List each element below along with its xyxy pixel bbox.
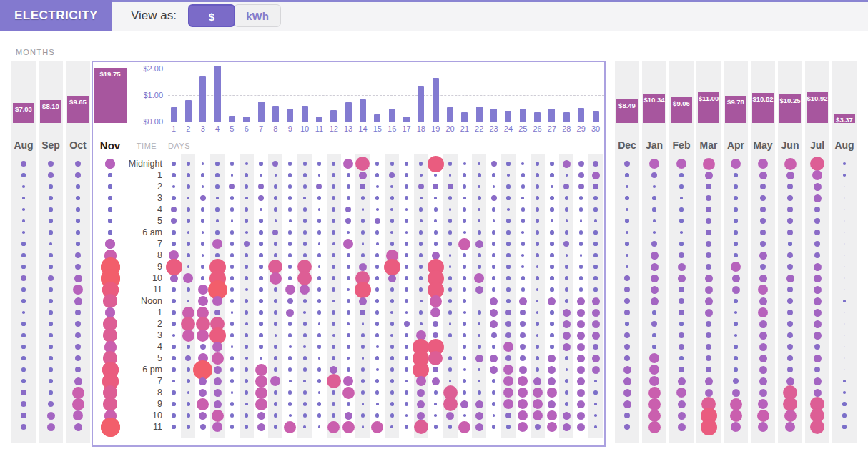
hour-bubble: [787, 207, 793, 212]
grid-bubble: [405, 196, 408, 199]
grid-bubble: [478, 196, 481, 199]
toggle-dollar-button[interactable]: $: [188, 4, 235, 27]
grid-bubble: [375, 173, 379, 177]
grid-bubble: [303, 333, 307, 337]
month-name[interactable]: Aug: [829, 139, 860, 151]
grid-bubble: [361, 219, 365, 222]
day-bar: [258, 102, 265, 122]
selected-month-hour-bubble: [108, 230, 112, 234]
grid-bubble: [490, 320, 498, 328]
grid-bubble: [405, 253, 408, 257]
grid-bubble: [231, 311, 234, 314]
grid-bubble: [506, 425, 510, 428]
hour-bubble: [623, 377, 631, 385]
view-as-label: View as:: [131, 9, 177, 23]
grid-bubble: [417, 400, 425, 408]
hour-bubble: [626, 265, 628, 268]
grid-bubble: [288, 230, 292, 234]
hour-bubble: [624, 424, 630, 430]
grid-bubble: [332, 322, 335, 325]
grid-bubble: [405, 299, 408, 302]
hour-bubble: [734, 345, 737, 348]
grid-bubble: [430, 295, 442, 307]
grid-bubble: [434, 242, 438, 245]
grid-bubble: [230, 367, 234, 371]
hour-bubble: [760, 218, 766, 224]
grid-bubble: [594, 219, 597, 222]
hour-bubble: [626, 208, 628, 211]
grid-bubble: [327, 421, 340, 433]
grid-bubble: [216, 197, 219, 199]
hour-bubble: [759, 252, 767, 260]
grid-bubble: [230, 379, 234, 382]
grid-bubble: [347, 184, 350, 188]
grid-bubble: [245, 345, 248, 348]
day-number: 4: [210, 124, 225, 133]
hour-bubble: [21, 161, 26, 167]
toggle-kwh-button[interactable]: kWh: [234, 4, 281, 27]
grid-bubble: [416, 376, 426, 386]
grid-bubble: [548, 377, 556, 385]
grid-bubble: [230, 196, 234, 199]
grid-bubble: [230, 322, 234, 325]
grid-bubble: [577, 400, 585, 408]
grid-bubble: [332, 345, 335, 348]
hour-bubble: [679, 184, 683, 188]
time-label: 2: [107, 182, 162, 192]
grid-bubble: [230, 230, 234, 234]
grid-bubble: [492, 379, 495, 382]
grid-bubble: [535, 424, 541, 430]
grid-bubble: [547, 410, 557, 420]
grid-bubble: [288, 390, 292, 394]
grid-bubble: [361, 390, 365, 394]
grid-bubble: [317, 310, 321, 314]
grid-bubble: [245, 310, 248, 314]
grid-bubble: [492, 242, 495, 245]
hour-bubble: [814, 230, 820, 235]
hour-bubble: [814, 275, 822, 282]
grid-bubble: [317, 230, 321, 234]
grid-bubble: [200, 344, 206, 350]
grid-bubble: [565, 379, 568, 382]
grid-bubble: [259, 253, 262, 257]
grid-bubble: [420, 300, 423, 302]
grid-bubble: [506, 219, 510, 222]
hour-bubble: [760, 264, 766, 270]
grid-bubble: [405, 173, 408, 177]
grid-bubble: [592, 309, 600, 317]
electricity-dashboard: ELECTRICITY View as: $ kWh MONTHS $7.03A…: [0, 0, 868, 459]
grid-bubble: [463, 197, 466, 199]
month-name[interactable]: Oct: [62, 139, 94, 151]
grid-bubble: [521, 184, 525, 188]
grid-bubble: [578, 172, 584, 178]
grid-bubble: [347, 276, 350, 280]
month-amount: $10.25: [776, 97, 804, 104]
grid-bubble: [492, 173, 495, 177]
grid-bubble: [375, 333, 379, 337]
grid-bubble: [275, 219, 277, 222]
grid-bubble: [260, 208, 262, 211]
grid-bubble: [172, 230, 175, 234]
hour-bubble: [623, 389, 631, 397]
grid-bubble: [593, 390, 597, 394]
selected-month-hour-bubble: [108, 184, 112, 188]
hour-bubble: [625, 242, 628, 245]
grid-bubble: [405, 265, 408, 268]
hour-bubble: [786, 377, 794, 385]
hour-bubble: [788, 242, 791, 245]
grid-bubble: [390, 162, 394, 165]
grid-bubble: [448, 276, 452, 280]
hour-bubble: [733, 378, 739, 384]
grid-bubble: [216, 219, 219, 222]
hour-bubble: [22, 185, 25, 188]
grid-bubble: [565, 299, 568, 302]
grid-bubble: [285, 285, 295, 295]
y-axis-tick: $1.00: [132, 91, 163, 99]
grid-bubble: [361, 230, 365, 234]
grid-bubble: [361, 367, 365, 371]
grid-bubble: [318, 322, 321, 325]
grid-bubble: [490, 355, 498, 362]
hour-bubble: [705, 275, 713, 282]
grid-bubble: [289, 414, 292, 417]
grid-bubble: [507, 174, 510, 177]
